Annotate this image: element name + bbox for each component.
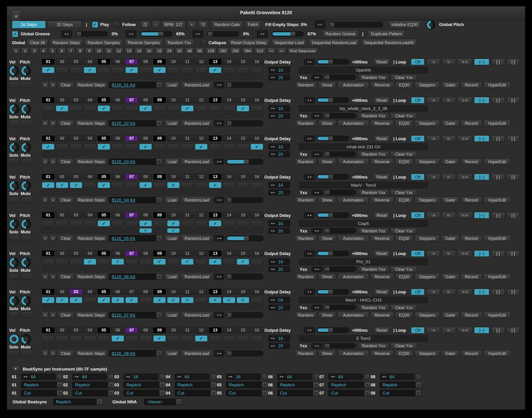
spin-left-icon[interactable]: ◂ [271, 107, 273, 110]
step-sub-checkbox-16[interactable] [250, 75, 263, 80]
spin-right-icon[interactable]: ▸ [273, 230, 275, 232]
step-sub-checkbox-12[interactable] [195, 190, 208, 195]
spin-right-icon[interactable]: ▸ [273, 306, 275, 309]
step-sub-checkbox-09[interactable] [153, 75, 166, 80]
step-sub-checkbox-12[interactable] [195, 228, 208, 233]
step-sub-checkbox-08[interactable] [139, 151, 152, 156]
dropdown-arrow-icon[interactable]: ▼ [415, 390, 421, 396]
load-button[interactable]: Load [165, 350, 180, 357]
pitch-knob[interactable] [21, 104, 30, 114]
shift-right-button[interactable]: > [49, 273, 56, 280]
step-sub-checkbox-01[interactable] [42, 343, 55, 348]
spin-right-icon[interactable]: ▸ [273, 267, 275, 271]
slider-handle[interactable] [227, 82, 232, 88]
action-record-button[interactable]: Record [461, 82, 482, 88]
stepcount-button-<<[interactable]: << [267, 47, 276, 54]
solo-button[interactable] [8, 312, 20, 318]
action-random-button[interactable]: Random [295, 235, 316, 242]
step-sub-checkbox-15[interactable] [236, 305, 249, 310]
vol-knob[interactable] [10, 220, 19, 229]
action-random-button[interactable]: Random [295, 312, 316, 318]
stepcount-button-8[interactable]: 8 [76, 47, 84, 54]
spin-left-icon[interactable]: ◂ [177, 375, 179, 378]
step-sub-checkbox-10[interactable] [167, 190, 180, 195]
step-checkbox-10[interactable] [167, 143, 180, 150]
step-sub-checkbox-02[interactable] [56, 151, 68, 156]
stepcount-button-2[interactable]: 2 [21, 47, 29, 54]
spin-right-icon[interactable]: ▸ [220, 122, 222, 125]
action-automation-button[interactable]: Automation [338, 273, 369, 280]
spin-right-icon[interactable]: ▸ [310, 137, 312, 140]
spin-right-icon[interactable]: ▸ [220, 237, 222, 240]
row-steps-stepper[interactable]: ◂▸16 [268, 335, 290, 342]
spin-left-icon[interactable]: ◂ [271, 184, 273, 187]
yxx-stepper[interactable]: ◂▸20 [268, 75, 290, 81]
loop-mode-button-5[interactable]: [--] [474, 174, 489, 180]
step-sub-checkbox-07[interactable] [125, 190, 138, 195]
shift-right-button[interactable]: > [49, 235, 56, 242]
step-checkbox-13[interactable]: ✓ [209, 67, 222, 73]
row-steps-stepper[interactable]: ◂▸16 [268, 105, 290, 112]
step-sub-checkbox-02[interactable] [56, 343, 68, 348]
step-checkbox-14[interactable] [222, 335, 235, 342]
yxx-slider[interactable] [324, 75, 356, 80]
load-slider[interactable] [226, 197, 264, 203]
step-sub-checkbox-02[interactable] [56, 113, 68, 118]
random-yxx-button[interactable]: Random Yxx [359, 305, 389, 311]
beatsync-value-02[interactable]: ◂▸64 [72, 374, 107, 380]
step-sub-checkbox-05[interactable] [97, 228, 110, 233]
bpm-double-button[interactable]: *2 [198, 21, 208, 29]
step-sub-checkbox-06[interactable] [111, 75, 124, 80]
clear-button[interactable]: Clear [58, 312, 74, 318]
kit-dropdown[interactable]: 8120_06 Kit▼ [109, 273, 162, 280]
step-checkbox-03[interactable]: ✓ [69, 297, 82, 303]
pitch-knob[interactable] [21, 220, 30, 229]
step-sub-checkbox-02[interactable] [56, 267, 68, 272]
dropdown-arrow-icon[interactable]: ▼ [313, 390, 319, 396]
loop-mode-button-2[interactable]: -> [427, 58, 440, 65]
dropdown-arrow-icon[interactable]: ▼ [364, 382, 370, 388]
step-sub-checkbox-13[interactable] [209, 267, 222, 272]
reset-button[interactable]: Reset [374, 327, 390, 334]
action-eq30-button[interactable]: EQ30 [395, 312, 413, 318]
clear-button[interactable]: Clear [58, 235, 74, 242]
slider-handle[interactable] [325, 75, 330, 80]
spin-right-icon[interactable]: ▸ [334, 375, 335, 378]
step-sub-checkbox-12[interactable] [195, 113, 208, 118]
step-checkbox-02[interactable] [56, 335, 68, 342]
loop-mode-button-6[interactable]: [-] [491, 289, 505, 295]
step-checkbox-10[interactable] [167, 67, 180, 73]
stepcount-button-9[interactable]: 9 [85, 47, 93, 54]
loop-mode-button-7[interactable]: [-] [507, 97, 520, 104]
spin-left-icon[interactable]: ◂ [315, 306, 316, 309]
action-reverse-button[interactable]: Reverse [371, 312, 394, 318]
step-checkbox-03[interactable] [69, 105, 82, 112]
step-checkbox-04[interactable]: ✓ [83, 67, 96, 73]
action-reverse-button[interactable]: Reverse [371, 273, 394, 280]
step-sub-checkbox-08[interactable] [139, 267, 152, 272]
step-checkbox-14[interactable] [222, 258, 235, 265]
random-yxx-button[interactable]: Random Yxx [359, 228, 389, 234]
spin-left-icon[interactable]: ◂ [217, 122, 219, 125]
step-sub-checkbox-04[interactable] [83, 190, 96, 195]
spin-right-icon[interactable]: ▸ [263, 32, 265, 35]
step-sub-checkbox-09[interactable] [153, 228, 166, 233]
output-delay-spinner[interactable]: ◂▸ [304, 174, 315, 180]
step-sub-checkbox-01[interactable] [42, 75, 55, 80]
spin-right-icon[interactable]: ▸ [273, 299, 275, 302]
step-sub-checkbox-11[interactable] [181, 267, 194, 272]
output-delay-spinner[interactable]: ◂▸ [304, 212, 315, 219]
slider-handle[interactable] [325, 228, 330, 233]
step-sub-checkbox-06[interactable] [111, 228, 124, 233]
step-sub-checkbox-03[interactable] [69, 113, 82, 118]
spin-left-icon[interactable]: ◂ [271, 344, 273, 347]
beatsync-collapse-button[interactable]: ▼ [12, 366, 19, 372]
clear-yxx-button[interactable]: Clear Yxx [391, 305, 417, 311]
action-automation-button[interactable]: Automation [338, 312, 369, 318]
beatsync-checkbox-08[interactable] [416, 374, 421, 380]
step-sub-checkbox-06[interactable] [111, 113, 124, 118]
action-show-button[interactable]: Show [318, 312, 336, 318]
spin-left-icon[interactable]: ◂ [129, 32, 130, 35]
yxx-slider[interactable] [324, 228, 356, 233]
step-checkbox-10[interactable]: ✓ [167, 182, 180, 188]
